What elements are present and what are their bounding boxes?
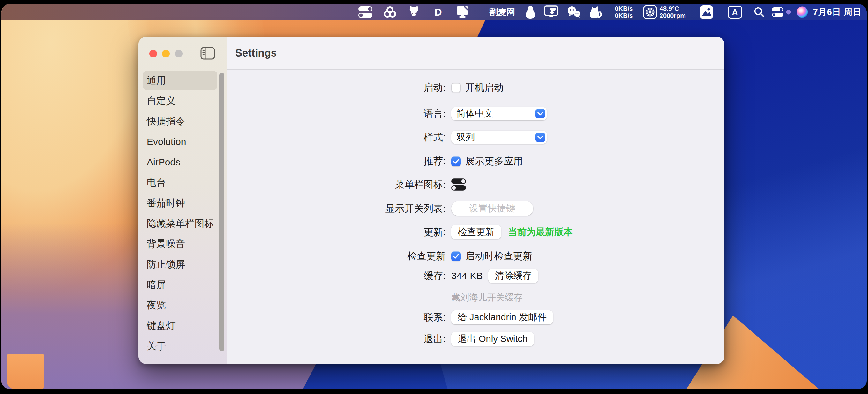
gemai-label: 割麦网: [490, 6, 516, 18]
sidebar-scrollbar-thumb[interactable]: [219, 73, 224, 351]
settings-main: Settings 启动: 开机启动 语言: 简体中文: [227, 37, 724, 364]
dropdown-button[interactable]: [535, 109, 545, 118]
bull-menu-icon[interactable]: [407, 6, 421, 19]
sidebar-item-keyboard-light[interactable]: 键盘灯: [143, 316, 217, 335]
quit-app-button[interactable]: 退出 Only Switch: [451, 332, 534, 346]
sidebar-item-label: 背景噪音: [147, 238, 185, 251]
fan-menu-icon[interactable]: [643, 5, 657, 19]
checkbox-label: 展示更多应用: [465, 155, 523, 168]
traffic-lights: [149, 50, 183, 58]
cat-menu-icon[interactable]: [588, 5, 602, 19]
sidebar-item-hide-menubar-icons[interactable]: 隐藏菜单栏图标: [143, 214, 217, 233]
spotlight-menu-icon[interactable]: [753, 6, 765, 18]
sidebar-item-evolution[interactable]: Evolution: [143, 132, 217, 151]
row-cache-note: 藏刘海儿开关缓存: [227, 292, 724, 304]
zoom-button-disabled[interactable]: [175, 50, 183, 58]
sidebar-item-night-shift[interactable]: 夜览: [143, 296, 217, 315]
net-download-speed: 0KB/s: [615, 12, 633, 19]
sidebar-item-label: 电台: [147, 176, 166, 189]
only-switch-menu-icon[interactable]: [359, 6, 372, 19]
checkbox-label: 开机启动: [465, 81, 503, 94]
check-update-at-launch-checkbox[interactable]: [451, 251, 461, 261]
row-contact: 联系: 给 Jacklandrin 发邮件: [227, 310, 724, 324]
d-letter-icon: D: [434, 6, 442, 18]
check-update-button[interactable]: 检查更新: [451, 225, 501, 239]
sidebar-item-customize[interactable]: 自定义: [143, 91, 217, 111]
gemai-menu-item[interactable]: 割麦网: [490, 6, 516, 18]
sidebar-item-label: 番茄时钟: [147, 197, 185, 210]
sidebar-item-background-noise[interactable]: 背景噪音: [143, 234, 217, 253]
wallpaper-orange-square: [7, 354, 44, 389]
row-label: 更新:: [227, 226, 445, 239]
clear-cache-button[interactable]: 清除缓存: [488, 269, 538, 283]
display-menu-icon[interactable]: [456, 6, 469, 19]
notification-dot: [786, 10, 791, 15]
row-label: 联系:: [227, 311, 445, 324]
checkmark-icon: [453, 253, 459, 259]
toggle-switches-icon: [359, 6, 372, 19]
sidebar-item-label: 通用: [147, 74, 166, 87]
row-label: 检查更新: [227, 250, 445, 263]
search-icon: [753, 6, 765, 18]
dropdown-button[interactable]: [535, 132, 545, 142]
input-source-menu-item[interactable]: A: [727, 6, 742, 19]
sidebar-item-radio[interactable]: 电台: [143, 173, 217, 192]
d-app-menu-icon[interactable]: D: [434, 6, 442, 18]
language-dropdown[interactable]: 简体中文: [451, 107, 547, 120]
penguin-icon: [525, 5, 536, 19]
window-titlebar: Settings: [227, 37, 724, 70]
sidebar-item-about[interactable]: 关于: [143, 336, 217, 356]
fan-stats-item[interactable]: 48.9°C 2000rpm: [660, 5, 686, 19]
page-title: Settings: [235, 47, 277, 59]
row-launch: 启动: 开机启动: [227, 81, 724, 94]
sidebar-item-label: 夜览: [147, 299, 166, 312]
close-button[interactable]: [149, 50, 157, 58]
sidebar-item-pomodoro[interactable]: 番茄时钟: [143, 193, 217, 213]
sidebar-item-dim-screen[interactable]: 暗屏: [143, 275, 217, 294]
photos-icon: [700, 5, 714, 19]
row-label: 显示开关列表:: [227, 202, 445, 215]
triple-rings-icon: [383, 6, 397, 19]
network-speed-item[interactable]: 0KB/s 0KB/s: [615, 5, 633, 19]
sidebar-item-prevent-lock[interactable]: 防止锁屏: [143, 255, 217, 274]
rings-menu-icon[interactable]: [383, 6, 397, 19]
contact-email-button[interactable]: 给 Jacklandrin 发邮件: [451, 310, 553, 324]
sidebar: 通用 自定义 快捷指令 Evolution AirPods 电台 番茄时钟 隐藏…: [138, 37, 227, 364]
siri-orb-icon: [797, 7, 808, 18]
control-center-menu-icon[interactable]: [771, 7, 784, 17]
purple-dot-icon: [786, 10, 791, 15]
checkbox-label: 启动时检查更新: [465, 250, 532, 263]
clock-menu-item[interactable]: 7月6日 周日: [813, 6, 862, 18]
row-style: 样式: 双列: [227, 130, 724, 144]
screen-sharing-icon: [456, 6, 469, 19]
row-label: 语言:: [227, 107, 445, 120]
row-switch-list: 显示开关列表: 设置快捷键: [227, 201, 724, 216]
row-menubar-icon: 菜单栏图标:: [227, 178, 724, 191]
net-upload-speed: 0KB/s: [615, 5, 633, 12]
photos-menu-icon[interactable]: [700, 5, 714, 19]
row-label: 退出:: [227, 333, 445, 346]
penguin-menu-icon[interactable]: [525, 5, 536, 19]
sidebar-list: 通用 自定义 快捷指令 Evolution AirPods 电台 番茄时钟 隐藏…: [143, 71, 217, 357]
row-recommend: 推荐: 展示更多应用: [227, 155, 724, 168]
sidebar-item-shortcuts[interactable]: 快捷指令: [143, 112, 217, 131]
toggle-sidebar-button[interactable]: [200, 47, 215, 61]
wechat-menu-icon[interactable]: [566, 6, 581, 19]
launch-at-login-checkbox[interactable]: [451, 83, 461, 92]
set-shortcut-button[interactable]: 设置快捷键: [451, 201, 533, 216]
style-dropdown[interactable]: 双列: [451, 130, 547, 144]
sidebar-item-general[interactable]: 通用: [143, 71, 217, 90]
sidebar-item-label: 自定义: [147, 94, 176, 108]
sidebar-icon: [200, 47, 215, 60]
sidebar-item-label: AirPods: [147, 157, 180, 168]
sidebar-item-airpods[interactable]: AirPods: [143, 153, 217, 172]
minimize-button[interactable]: [162, 50, 170, 58]
siri-menu-icon[interactable]: [797, 7, 808, 18]
monitor-cards-menu-icon[interactable]: [544, 5, 558, 19]
show-more-apps-checkbox[interactable]: [451, 156, 461, 166]
cpu-temperature: 48.9°C: [660, 5, 686, 12]
checkmark-icon: [453, 159, 459, 164]
menubar-icon-preview[interactable]: [451, 178, 466, 191]
sidebar-item-label: 键盘灯: [147, 319, 176, 332]
fan-icon: [643, 5, 657, 19]
